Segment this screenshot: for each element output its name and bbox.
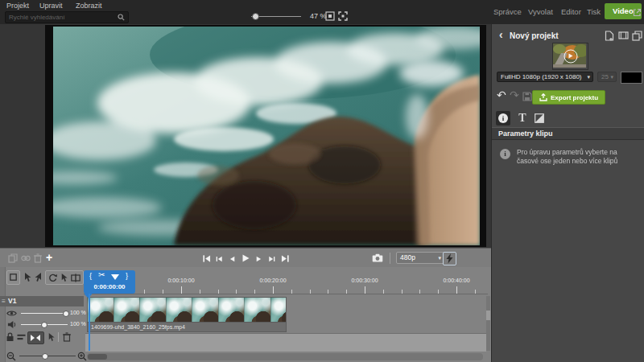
trim-right-tool-icon[interactable]	[34, 272, 43, 282]
divider	[58, 332, 59, 342]
tab-vyvolat[interactable]: Vyvolat	[528, 7, 553, 16]
play-icon[interactable]	[241, 253, 250, 263]
opacity-eye-icon[interactable]	[6, 310, 17, 317]
ruler-label: 0:00:40:00	[443, 278, 469, 283]
chevron-down-icon: ▾	[610, 72, 613, 82]
step-back-icon[interactable]	[228, 255, 236, 263]
tab-tisk[interactable]: Tisk	[587, 7, 601, 16]
tab-transitions[interactable]	[532, 111, 547, 125]
timeline-zoom-in-icon[interactable]	[77, 352, 87, 361]
preview-quality-select[interactable]: 480p ▾	[396, 252, 444, 264]
timeline-zoom-out-icon[interactable]	[6, 352, 16, 361]
delete-clip-icon[interactable]	[34, 253, 42, 263]
back-chevron-icon[interactable]: ‹	[499, 28, 503, 41]
video-editor-window: Projekt Upravit Zobrazit 47 % Správce Vy…	[0, 0, 644, 362]
actual-size-icon[interactable]	[325, 11, 335, 21]
lock-track-icon[interactable]	[6, 332, 14, 342]
background-color-swatch[interactable]	[621, 72, 642, 84]
ruler-minor-ticks	[89, 290, 486, 294]
snapshot-camera-icon[interactable]	[372, 253, 383, 262]
chevron-down-icon: ▾	[438, 253, 441, 263]
next-clip-icon[interactable]	[268, 255, 276, 263]
rotate-tool-icon[interactable]	[48, 274, 57, 282]
track-drag-handle-icon[interactable]: ≡	[2, 297, 6, 305]
search-input[interactable]	[9, 13, 114, 21]
scrollbar-thumb[interactable]	[88, 354, 107, 360]
add-clip-button[interactable]: +	[46, 251, 52, 264]
track-pointer-icon[interactable]	[47, 332, 56, 342]
timeline-left-handle[interactable]	[0, 267, 6, 362]
jump-end-icon[interactable]	[281, 254, 290, 263]
transition-icon	[535, 113, 544, 123]
opacity-slider[interactable]	[21, 313, 68, 314]
save-project-icon[interactable]	[522, 92, 532, 101]
timeline-vertical-scrollbar[interactable]	[486, 296, 490, 351]
previous-clip-icon[interactable]	[215, 255, 223, 263]
chevron-down-icon: ▾	[587, 72, 590, 82]
external-window-icon[interactable]	[633, 8, 642, 17]
volume-slider-knob[interactable]	[41, 322, 47, 328]
audio-track-band[interactable]	[85, 333, 486, 352]
new-project-icon[interactable]	[605, 31, 614, 41]
timeline-clip[interactable]: 1409699-uhd_3840_2160_25fps.mp4	[87, 297, 287, 333]
format-value: FullHD 1080p (1920 x 1080)	[501, 73, 582, 80]
export-project-button[interactable]: Export projektu	[532, 90, 605, 105]
menu-upravit[interactable]: Upravit	[39, 2, 63, 10]
duplicate-clip-icon[interactable]	[8, 253, 18, 263]
preview-pane	[0, 24, 491, 248]
clip-filename: 1409699-uhd_3840_2160_25fps.mp4	[87, 323, 287, 332]
jump-start-icon[interactable]	[202, 254, 211, 263]
opacity-value: 100 %	[70, 310, 86, 315]
volume-speaker-icon[interactable]	[7, 320, 16, 329]
razor-tool-icon[interactable]	[71, 274, 80, 282]
section-header: Parametry klipu	[492, 127, 644, 140]
duplicate-project-icon[interactable]	[632, 31, 642, 41]
menu-zobrazit[interactable]: Zobrazit	[76, 2, 102, 10]
timeline-ruler[interactable]: 0:00:10:00 0:00:20:00 0:00:30:00 0:00:40…	[84, 277, 488, 294]
delete-track-icon[interactable]	[63, 332, 71, 342]
scrollbar-thumb[interactable]	[486, 311, 490, 320]
trim-in-brace-icon[interactable]: {	[89, 272, 92, 280]
step-forward-icon[interactable]	[255, 255, 263, 263]
trim-left-tool-icon[interactable]	[23, 272, 32, 282]
undo-icon[interactable]: ↶	[497, 88, 506, 101]
tab-editor[interactable]: Editor	[561, 7, 581, 16]
clip-parameters-hint: Pro úpravu parametrů vyberte na časové o…	[517, 148, 638, 167]
ruler-major-tick	[456, 286, 457, 294]
playhead-line[interactable]	[89, 294, 90, 351]
snap-clips-button[interactable]	[27, 331, 44, 344]
pointer-tool-icon[interactable]	[60, 273, 68, 282]
track-header-v1[interactable]: ≡V1	[0, 296, 84, 306]
redo-icon[interactable]: ↷	[510, 88, 519, 101]
timeline-zoom-knob[interactable]	[42, 353, 48, 360]
format-select[interactable]: FullHD 1080p (1920 x 1080) ▾	[497, 72, 593, 82]
fps-value: 25	[601, 73, 609, 80]
add-media-icon[interactable]	[618, 31, 629, 40]
clip-filmstrip	[87, 297, 287, 323]
hardware-accel-button[interactable]	[443, 252, 456, 265]
tab-spravce[interactable]: Správce	[493, 7, 522, 16]
menu-projekt[interactable]: Projekt	[6, 2, 29, 10]
fit-screen-icon[interactable]	[338, 11, 348, 21]
preview-zoom-knob[interactable]	[252, 13, 259, 20]
timeline-horizontal-scrollbar[interactable]	[87, 353, 483, 360]
clip-thumbnail	[271, 298, 287, 323]
search-box[interactable]	[5, 11, 129, 23]
tab-text-tool[interactable]: T	[515, 111, 530, 125]
playhead-marker-icon[interactable]	[111, 274, 119, 280]
cut-scissors-icon[interactable]: ✂	[98, 270, 105, 279]
clip-thumbnail	[140, 298, 167, 323]
select-tool-button[interactable]	[6, 270, 20, 285]
playhead-widget[interactable]: { ✂ } 0:00:00:00	[84, 270, 135, 294]
play-overlay-icon[interactable]	[564, 50, 577, 64]
project-thumbnail[interactable]	[552, 43, 588, 70]
trim-out-brace-icon[interactable]: }	[126, 272, 128, 280]
select-rect-icon	[10, 274, 17, 281]
info-icon: i	[498, 113, 508, 123]
clip-thumbnail	[192, 298, 219, 323]
tab-clip-info[interactable]: i	[496, 111, 510, 125]
opacity-slider-knob[interactable]	[63, 311, 69, 317]
link-clips-icon[interactable]	[21, 254, 31, 262]
ruler-label: 0:00:30:00	[351, 278, 378, 283]
fade-track-icon[interactable]	[17, 334, 26, 340]
